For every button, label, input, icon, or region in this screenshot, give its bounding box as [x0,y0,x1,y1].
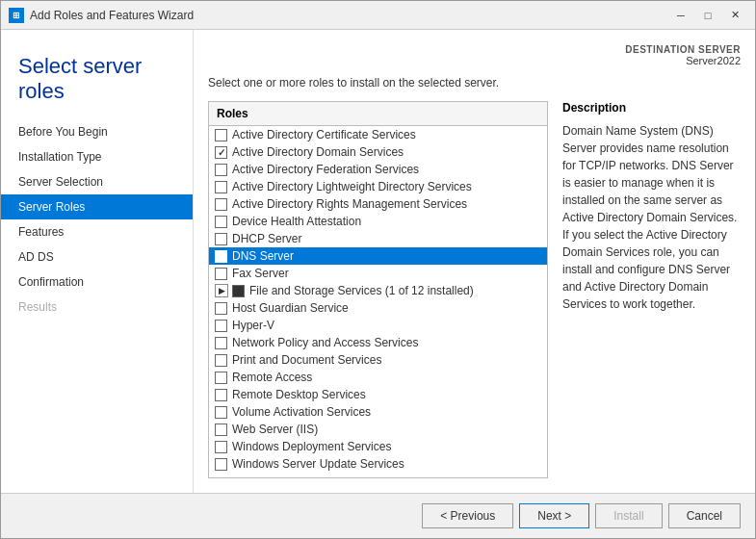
role-item-ad-federation[interactable]: Active Directory Federation Services [209,161,547,178]
checkbox-dhcp[interactable] [215,233,227,245]
role-label-windows-update: Windows Server Update Services [232,457,404,471]
sidebar-item-features[interactable]: Features [1,219,193,244]
role-item-network-policy[interactable]: Network Policy and Access Services [209,334,547,351]
expand-file-storage[interactable]: ▶ [215,284,228,297]
main-window: ⊞ Add Roles and Features Wizard ─ □ ✕ Se… [0,0,756,539]
maximize-button[interactable]: □ [695,6,720,25]
role-item-host-guardian[interactable]: Host Guardian Service [209,299,547,317]
sidebar-nav: Before You Begin Installation Type Serve… [1,119,193,320]
checkbox-host-guardian[interactable] [215,302,227,315]
app-icon: ⊞ [9,8,24,23]
checkbox-fax[interactable] [215,268,227,280]
role-item-file-storage[interactable]: ▶ File and Storage Services (1 of 12 ins… [209,282,547,299]
role-item-remote-desktop[interactable]: Remote Desktop Services [209,386,547,403]
role-label-ad-lightweight: Active Directory Lightweight Directory S… [232,180,472,193]
role-item-web-server[interactable]: Web Server (IIS) [209,421,547,438]
role-label-ad-rights: Active Directory Rights Management Servi… [232,197,467,211]
checkbox-ad-certificate[interactable] [215,129,227,141]
role-item-print-document[interactable]: Print and Document Services [209,351,547,369]
page-title-area: Select server roles [1,39,193,115]
next-button[interactable]: Next > [519,503,589,528]
role-item-hyper-v[interactable]: Hyper-V [209,317,547,334]
main-panel: DESTINATION SERVER Server2022 Select one… [194,30,755,493]
checkbox-file-storage[interactable] [232,285,245,297]
checkbox-ad-rights[interactable] [215,198,227,211]
description-panel: Description Domain Name System (DNS) Ser… [562,101,741,478]
roles-panel: Roles Active Directory Certificate Servi… [208,101,548,478]
window-title: Add Roles and Features Wizard [30,9,668,22]
role-label-dhcp: DHCP Server [232,232,301,245]
description-header: Description [562,101,741,115]
checkbox-ad-lightweight[interactable] [215,181,227,193]
role-label-device-health: Device Health Attestation [232,215,361,228]
window-controls: ─ □ ✕ [668,6,747,25]
description-content: Domain Name System (DNS) Server provides… [562,122,741,313]
role-item-windows-deployment[interactable]: Windows Deployment Services [209,438,547,455]
checkbox-ad-federation[interactable] [215,164,227,176]
footer: < Previous Next > Install Cancel [1,493,755,538]
checkbox-remote-access[interactable] [215,372,227,384]
role-label-web-server: Web Server (IIS) [232,423,318,436]
role-label-ad-federation: Active Directory Federation Services [232,163,419,176]
checkbox-ad-domain[interactable] [215,146,227,159]
sidebar-item-server-selection[interactable]: Server Selection [1,169,193,194]
role-label-dns: DNS Server [232,249,294,263]
role-label-windows-deployment: Windows Deployment Services [232,440,391,453]
checkbox-hyper-v[interactable] [215,320,227,332]
role-label-volume-activation: Volume Activation Services [232,405,371,419]
checkbox-volume-activation[interactable] [215,406,227,419]
title-bar: ⊞ Add Roles and Features Wizard ─ □ ✕ [1,1,755,30]
role-label-file-storage: File and Storage Services (1 of 12 insta… [249,284,474,297]
role-label-remote-access: Remote Access [232,371,312,384]
role-item-dhcp[interactable]: DHCP Server [209,230,547,247]
panels: Roles Active Directory Certificate Servi… [208,101,741,478]
sidebar-item-results: Results [1,295,193,320]
role-item-ad-domain[interactable]: Active Directory Domain Services [209,143,547,161]
checkbox-windows-deployment[interactable] [215,441,227,453]
minimize-button[interactable]: ─ [668,6,693,25]
checkbox-web-server[interactable] [215,424,227,436]
destination-label: DESTINATION SERVER [208,44,741,55]
close-button[interactable]: ✕ [722,6,747,25]
role-item-device-health[interactable]: Device Health Attestation [209,213,547,230]
role-label-ad-domain: Active Directory Domain Services [232,145,404,159]
role-item-ad-rights[interactable]: Active Directory Rights Management Servi… [209,195,547,213]
role-item-dns[interactable]: DNS Server [209,247,547,265]
sidebar-item-server-roles[interactable]: Server Roles [1,194,193,219]
role-item-windows-update[interactable]: Windows Server Update Services [209,455,547,473]
sidebar-item-installation-type[interactable]: Installation Type [1,144,193,169]
sidebar-item-ad-ds[interactable]: AD DS [1,244,193,270]
page-title: Select server roles [18,54,175,105]
checkbox-remote-desktop[interactable] [215,389,227,401]
roles-header: Roles [209,102,547,126]
checkbox-print-document[interactable] [215,354,227,367]
roles-list[interactable]: Active Directory Certificate Services Ac… [209,126,547,477]
role-label-hyper-v: Hyper-V [232,319,274,332]
content-area: Select server roles Before You Begin Ins… [1,30,755,493]
checkbox-device-health[interactable] [215,216,227,228]
role-item-fax[interactable]: Fax Server [209,265,547,282]
sidebar-item-before-you-begin[interactable]: Before You Begin [1,119,193,144]
cancel-button[interactable]: Cancel [668,503,741,528]
role-label-network-policy: Network Policy and Access Services [232,336,418,349]
role-item-ad-lightweight[interactable]: Active Directory Lightweight Directory S… [209,178,547,195]
install-button[interactable]: Install [595,503,662,528]
sidebar-item-confirmation[interactable]: Confirmation [1,270,193,295]
role-label-print-document: Print and Document Services [232,353,381,367]
role-label-fax: Fax Server [232,267,289,280]
previous-button[interactable]: < Previous [422,503,513,528]
checkbox-dns[interactable] [215,250,227,263]
checkbox-windows-update[interactable] [215,458,227,471]
role-label-remote-desktop: Remote Desktop Services [232,388,366,401]
checkbox-network-policy[interactable] [215,337,227,349]
role-item-ad-certificate[interactable]: Active Directory Certificate Services [209,126,547,143]
role-item-volume-activation[interactable]: Volume Activation Services [209,403,547,421]
destination-server: DESTINATION SERVER Server2022 [208,44,741,66]
role-label-host-guardian: Host Guardian Service [232,301,349,315]
role-item-remote-access[interactable]: Remote Access [209,369,547,386]
sidebar: Select server roles Before You Begin Ins… [1,30,194,493]
destination-server-name: Server2022 [208,55,741,66]
page-description: Select one or more roles to install on t… [208,76,741,90]
role-label-ad-certificate: Active Directory Certificate Services [232,128,416,141]
